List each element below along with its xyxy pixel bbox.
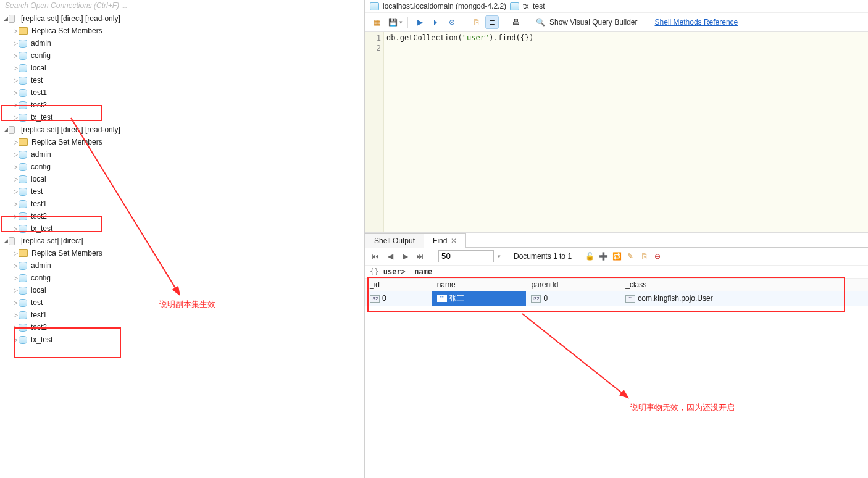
new-tab-button[interactable]: ▦ [370, 15, 383, 29]
result-table[interactable]: _id name parentId _class i320 ""张三 i320 … [365, 279, 868, 306]
expand-icon[interactable]: ◢ [2, 127, 9, 133]
db-test1[interactable]: ▷test1 [0, 198, 364, 210]
db-test1[interactable]: ▷test1 [0, 309, 364, 321]
close-icon[interactable]: ✕ [451, 237, 457, 245]
run-button[interactable]: ▶ [413, 15, 427, 29]
expand-icon[interactable]: ▷ [12, 312, 19, 318]
editor-code-line[interactable]: db.getCollection("user").find({}) [386, 33, 533, 42]
db-test2[interactable]: ▷test2 [0, 321, 364, 333]
expand-icon[interactable]: ◢ [2, 238, 9, 244]
expand-icon[interactable]: ▷ [12, 275, 19, 281]
expand-icon[interactable]: ▷ [12, 52, 19, 59]
visual-query-label[interactable]: Show Visual Query Builder [549, 18, 638, 27]
expand-icon[interactable]: ▷ [12, 337, 19, 343]
db-txtest[interactable]: ▷tx_test [0, 111, 364, 124]
query-code-button[interactable]: ≣ [485, 15, 499, 29]
db-local[interactable]: ▷local [0, 173, 364, 185]
edit-document-icon[interactable]: ✎ [625, 251, 635, 261]
db-txtest[interactable]: ▷tx_test [0, 333, 364, 346]
expand-icon[interactable]: ▷ [12, 28, 19, 34]
connection-tree: ◢ [replica set] [direct] [read-only] ▷Re… [0, 11, 364, 346]
page-size-input[interactable] [438, 250, 494, 262]
expand-icon[interactable]: ▷ [12, 262, 19, 269]
replica-set-members[interactable]: ▷Replica Set Members [0, 247, 364, 259]
prev-page-button[interactable]: ◀ [385, 251, 396, 262]
db-txtest[interactable]: ▷tx_test [0, 222, 364, 235]
query-editor[interactable]: 12 db.getCollection("user").find({}) [365, 32, 868, 233]
db-config[interactable]: ▷config [0, 272, 364, 284]
expand-icon[interactable]: ▷ [12, 151, 19, 157]
explain-button[interactable]: ⊘ [445, 15, 459, 29]
expand-icon[interactable]: ▷ [12, 225, 19, 232]
database-icon [19, 212, 27, 220]
cell-id[interactable]: i320 [365, 291, 432, 306]
db-config[interactable]: ▷config [0, 49, 364, 62]
save-button[interactable]: 💾 [386, 15, 399, 29]
expand-icon[interactable]: ▷ [12, 164, 19, 170]
db-test2[interactable]: ▷test2 [0, 99, 364, 111]
db-config[interactable]: ▷config [0, 161, 364, 173]
table-row[interactable]: i320 ""张三 i320 ""com.kingfish.pojo.User [365, 291, 868, 306]
cell-class[interactable]: ""com.kingfish.pojo.User [620, 291, 868, 306]
expand-icon[interactable]: ▷ [12, 324, 19, 330]
host-icon [370, 2, 379, 10]
refresh-icon[interactable]: 🔁 [612, 251, 622, 261]
last-page-button[interactable]: ⏭ [414, 251, 425, 262]
cell-parentid[interactable]: i320 [526, 291, 620, 306]
col-name[interactable]: name [432, 279, 527, 291]
col-id[interactable]: _id [365, 279, 432, 291]
col-parentid[interactable]: parentId [526, 279, 620, 291]
replica-set-members[interactable]: ▷Replica Set Members [0, 136, 364, 148]
expand-icon[interactable]: ▷ [12, 176, 19, 182]
db-local[interactable]: ▷local [0, 62, 364, 74]
db-admin[interactable]: ▷admin [0, 37, 364, 49]
connection-node-3[interactable]: ◢ [replica set] [direct] [0, 235, 364, 247]
db-test1[interactable]: ▷test1 [0, 86, 364, 99]
query-builder-button[interactable]: ⎘ [469, 15, 483, 29]
replica-set-members[interactable]: ▷Replica Set Members [0, 25, 364, 37]
col-class[interactable]: _class [620, 279, 868, 291]
visual-query-builder-icon[interactable]: 🔍 [533, 15, 547, 29]
db-test2[interactable]: ▷test2 [0, 210, 364, 222]
print-button[interactable]: 🖶 [509, 15, 523, 29]
db-test[interactable]: ▷test [0, 185, 364, 198]
search-open-connections[interactable]: Search Open Connections (Ctrl+F) ... [0, 0, 364, 11]
breadcrumb-db[interactable]: tx_test [523, 2, 545, 10]
expand-icon[interactable]: ▷ [12, 201, 19, 207]
expand-icon[interactable]: ◢ [2, 15, 9, 22]
expand-icon[interactable]: ▷ [12, 213, 19, 219]
add-document-icon[interactable]: ➕ [598, 251, 608, 261]
delete-document-icon[interactable]: ⊖ [653, 251, 662, 261]
shell-methods-reference-link[interactable]: Shell Methods Reference [655, 18, 738, 27]
expand-icon[interactable]: ▷ [12, 77, 19, 83]
connection-node-2[interactable]: ◢ [replica set] [direct] [read-only] [0, 124, 364, 136]
expand-icon[interactable]: ▷ [12, 287, 19, 293]
copy-document-icon[interactable]: ⎘ [639, 251, 649, 261]
connection-label: [replica set] [direct] [read-only] [20, 125, 120, 134]
expand-icon[interactable]: ▷ [12, 65, 19, 71]
db-admin[interactable]: ▷admin [0, 259, 364, 272]
expand-icon[interactable]: ▷ [12, 188, 19, 195]
expand-icon[interactable]: ▷ [12, 102, 19, 108]
tab-shell-output[interactable]: Shell Output [365, 233, 424, 248]
expand-icon[interactable]: ▷ [12, 250, 19, 256]
expand-icon[interactable]: ▷ [12, 114, 19, 120]
database-icon [19, 261, 27, 270]
first-page-button[interactable]: ⏮ [370, 251, 381, 262]
next-page-button[interactable]: ▶ [399, 251, 411, 262]
breadcrumb-host[interactable]: localhost.localdomain (mongod-4.2.2) [383, 2, 506, 10]
server-icon [9, 14, 17, 23]
connection-node-1[interactable]: ◢ [replica set] [direct] [read-only] [0, 12, 364, 25]
cell-name[interactable]: ""张三 [432, 291, 527, 306]
expand-icon[interactable]: ▷ [12, 90, 19, 96]
expand-icon[interactable]: ▷ [12, 139, 19, 145]
unlock-icon[interactable]: 🔓 [585, 251, 595, 261]
db-admin[interactable]: ▷admin [0, 148, 364, 161]
tab-find[interactable]: Find✕ [424, 233, 466, 248]
expand-icon[interactable]: ▷ [12, 300, 19, 306]
expand-icon[interactable]: ▷ [12, 40, 19, 46]
db-local[interactable]: ▷local [0, 284, 364, 296]
db-test[interactable]: ▷test [0, 74, 364, 86]
run-selection-button[interactable]: ⏵ [429, 15, 443, 29]
int-type-icon: i32 [370, 295, 380, 303]
